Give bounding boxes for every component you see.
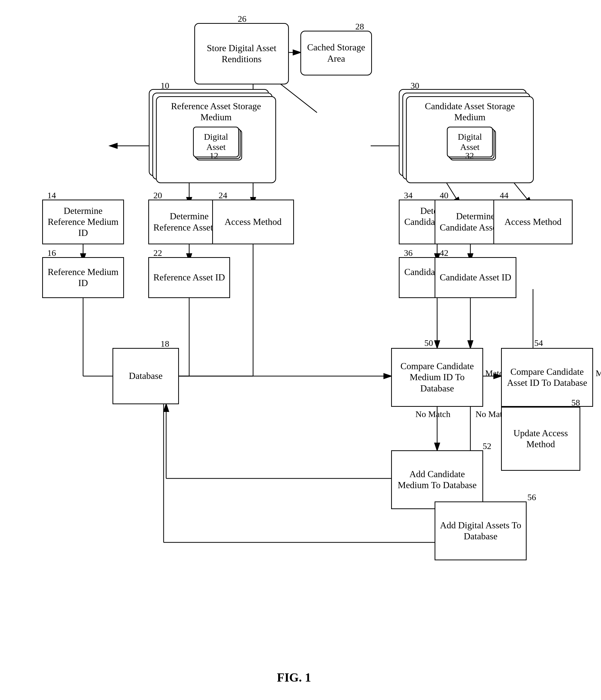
add-cand-medium-node: Add Candidate Medium To Database	[391, 450, 483, 509]
num-32: 32	[465, 151, 474, 161]
access-method-44-node: Access Method	[493, 200, 573, 244]
ref-asset-id-node: Reference Asset ID	[148, 257, 230, 298]
cand-asset-medium-label: Candidate Asset Storage Medium	[409, 101, 530, 123]
access-method-24-label: Access Method	[225, 217, 282, 227]
cached-storage-node: Cached Storage Area	[300, 31, 372, 75]
add-digital-assets-node: Add Digital Assets To Database	[435, 501, 527, 560]
num-30: 30	[411, 81, 419, 91]
num-52: 52	[482, 441, 491, 451]
num-14: 14	[47, 191, 56, 200]
access-method-44-label: Access Method	[505, 217, 561, 227]
cand-asset-id-label: Candidate Asset ID	[440, 272, 511, 283]
update-access-label: Update Access Method	[504, 428, 577, 450]
num-44: 44	[500, 191, 508, 200]
compare-cand-medium-label: Compare Candidate Medium ID To Database	[394, 361, 480, 394]
num-22: 22	[153, 248, 162, 258]
num-42: 42	[440, 248, 448, 258]
num-50: 50	[424, 338, 433, 348]
num-28: 28	[355, 22, 364, 31]
no-match1-label: No Match	[415, 409, 450, 419]
compare-cand-medium-node: Compare Candidate Medium ID To Database	[391, 348, 483, 407]
num-26: 26	[238, 14, 246, 24]
ref-asset-id-label: Reference Asset ID	[153, 272, 225, 283]
num-36: 36	[404, 248, 413, 258]
store-digital-asset-node: Store Digital Asset Renditions	[194, 23, 289, 84]
num-34: 34	[404, 191, 413, 200]
num-58: 58	[571, 398, 580, 407]
cand-asset-medium-node: Candidate Asset Storage Medium Digital A…	[406, 96, 534, 183]
det-ref-medium-id-label: Determine Reference Medium ID	[46, 205, 121, 239]
cand-asset-id-node: Candidate Asset ID	[435, 257, 516, 298]
ref-asset-medium-label: Reference Asset Storage Medium	[159, 101, 273, 123]
num-12: 12	[210, 151, 218, 161]
add-cand-medium-label: Add Candidate Medium To Database	[394, 469, 480, 491]
compare-cand-asset-label: Compare Candidate Asset ID To Database	[504, 366, 590, 389]
add-digital-assets-label: Add Digital Assets To Database	[438, 520, 523, 542]
num-56: 56	[527, 493, 536, 502]
num-16: 16	[47, 248, 56, 258]
num-10: 10	[160, 81, 169, 91]
database-node: Database	[112, 348, 179, 404]
num-24: 24	[218, 191, 227, 200]
match2-label: Match	[596, 369, 601, 378]
ref-asset-medium-node: Reference Asset Storage Medium Digital A…	[156, 96, 276, 183]
update-access-node: Update Access Method	[501, 407, 580, 471]
num-54: 54	[534, 338, 543, 348]
num-18: 18	[160, 339, 169, 349]
ref-medium-id-node: Reference Medium ID	[42, 257, 124, 298]
fig-label: FIG. 1	[243, 670, 345, 684]
num-20: 20	[153, 191, 162, 200]
cached-storage-label: Cached Storage Area	[304, 42, 369, 64]
database-label: Database	[129, 371, 163, 381]
access-method-24-node: Access Method	[212, 200, 294, 244]
diagram: Store Digital Asset Renditions 26 Cached…	[0, 0, 601, 700]
det-ref-medium-id-node: Determine Reference Medium ID	[42, 200, 124, 244]
num-40: 40	[440, 191, 448, 200]
ref-medium-id-label: Reference Medium ID	[46, 267, 121, 289]
store-digital-asset-label: Store Digital Asset Renditions	[198, 43, 286, 65]
